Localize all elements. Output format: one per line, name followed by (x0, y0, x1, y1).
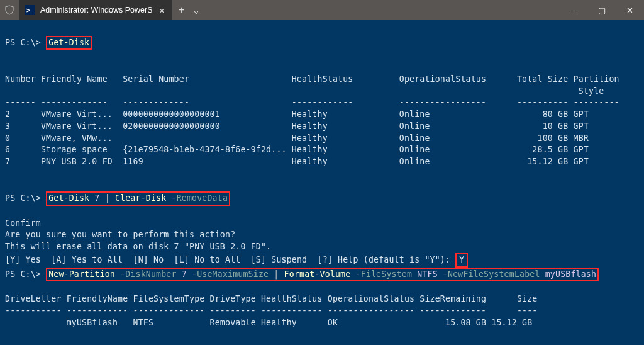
confirm-answer: Y (455, 253, 468, 268)
confirm-detail: This will erase all data on disk 7 "PNY … (5, 242, 271, 251)
tab-title: Administrator: Windows PowerS (40, 6, 153, 14)
powershell-icon: >_ (25, 5, 35, 15)
prompt: PS C:\> (5, 269, 41, 279)
disk-table-header: Number Friendly Name Serial Number Healt… (5, 74, 619, 96)
maximize-button[interactable]: ▢ (587, 0, 616, 20)
titlebar: >_ Administrator: Windows PowerS ✕ + ⌄ —… (0, 0, 644, 20)
disk-table-sep: ------ ------------- ------------- -----… (5, 98, 619, 107)
confirm-options: [Y] Yes [A] Yes to All [N] No [L] No to … (5, 255, 450, 264)
vol-table-header: DriveLetter FriendlyName FileSystemType … (5, 294, 538, 303)
tab-actions: + ⌄ (172, 4, 205, 16)
prompt: PS C:\> (5, 38, 41, 47)
cmd-newpartition: New-Partition -DiskNumber 7 -UseMaximumS… (46, 268, 599, 282)
cmd-cleardisk: Get-Disk 7 | Clear-Disk -RemoveData (46, 191, 230, 206)
confirm-title: Confirm (5, 218, 41, 228)
disk-row: 0 VMware, VMw... Healthy Online 100 GB M… (5, 133, 589, 143)
window-controls: — ▢ ✕ (559, 0, 644, 20)
disk-row: 6 Storage space {21e79548-b1eb-4374-8f6e… (5, 145, 589, 154)
terminal-output[interactable]: PS C:\> Get-Disk Number Friendly Name Se… (0, 20, 644, 345)
disk-row: 7 PNY USB 2.0 FD 1169 Healthy Online 15.… (5, 157, 589, 166)
close-button[interactable]: ✕ (616, 0, 644, 20)
prompt: PS C:\> (5, 193, 41, 203)
cmd-getdisk: Get-Disk (46, 36, 92, 50)
minimize-button[interactable]: — (559, 0, 587, 20)
tab-close-icon[interactable]: ✕ (158, 6, 167, 15)
disk-row: 3 VMware Virt... 0200000000000000000 Hea… (5, 122, 589, 131)
tab-powershell[interactable]: >_ Administrator: Windows PowerS ✕ (19, 0, 172, 20)
disk-row: 2 VMware Virt... 0000000000000000001 Hea… (5, 110, 589, 119)
vol-table-sep: ----------- ------------ -------------- … (5, 306, 538, 315)
uac-shield-icon (0, 5, 19, 15)
tab-dropdown-icon[interactable]: ⌄ (193, 4, 199, 16)
confirm-prompt: Are you sure you want to perform this ac… (5, 230, 235, 239)
vol-row: myUSBflash NTFS Removable Healthy OK 15.… (5, 318, 532, 327)
new-tab-button[interactable]: + (179, 4, 184, 16)
